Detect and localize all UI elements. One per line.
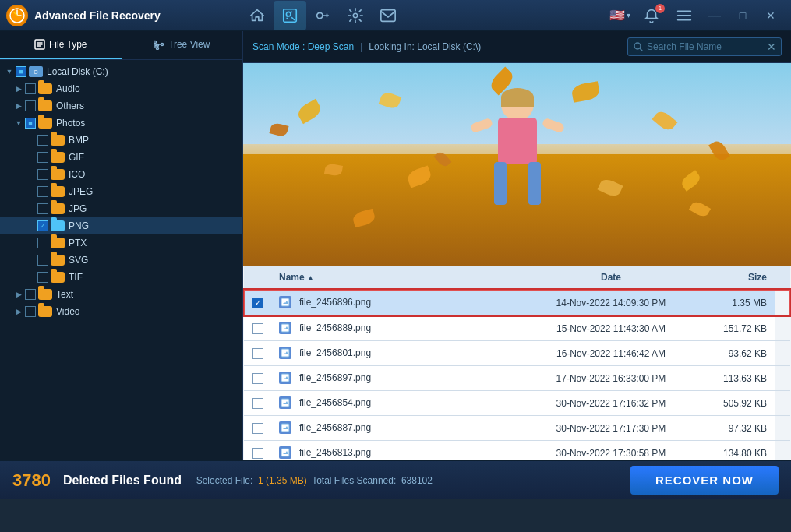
tree-item-gif[interactable]: GIF [0,149,242,166]
content-area: Scan Mode : Deep Scan | Looking In: Loca… [243,31,791,460]
tree-item-video[interactable]: ▶ Video [0,303,242,320]
tree-item-text[interactable]: ▶ Text [0,286,242,303]
expand-ico[interactable] [25,168,37,181]
expand-text[interactable]: ▶ [12,288,25,301]
checkbox-video[interactable] [25,306,36,317]
file-table-body: ✓ file_2456896.png 14-Nov-2022 14:09:30 … [244,290,790,460]
scan-bar: Scan Mode : Deep Scan | Looking In: Loca… [243,31,791,63]
checkbox-tif[interactable] [37,272,48,283]
expand-gif[interactable] [25,151,37,164]
checkbox-svg[interactable] [37,255,48,266]
tab-tree-view[interactable]: Tree View [122,31,243,59]
checkbox-png[interactable]: ✓ [37,220,48,231]
close-btn[interactable]: ✕ [757,2,785,30]
tree-item-ico[interactable]: ICO [0,166,242,183]
expand-audio[interactable]: ▶ [12,83,25,95]
row-checkbox[interactable] [252,323,263,334]
sidebar-tabs: File Type Tree View [0,31,242,60]
file-type-icon [279,296,291,308]
table-row[interactable]: file_2456889.png 15-Nov-2022 11:43:30 AM… [244,315,790,341]
expand-tif[interactable] [25,271,37,284]
folder-icon-svg [51,255,65,266]
tab-file-type[interactable]: File Type [0,31,122,59]
key-nav-btn[interactable] [306,1,339,30]
table-row[interactable]: ✓ file_2456896.png 14-Nov-2022 14:09:30 … [244,290,790,315]
checkbox-gif[interactable] [37,152,48,163]
row-checkbox[interactable] [252,373,263,384]
col-size-header[interactable]: Size [697,266,775,290]
table-row[interactable]: file_2456887.png 30-Nov-2022 17:17:30 PM… [244,416,790,441]
expand-bmp[interactable] [25,134,37,146]
table-row[interactable]: file_2456897.png 17-Nov-2022 16:33:00 PM… [244,366,790,391]
checkbox-jpeg[interactable] [37,186,48,197]
minimize-btn[interactable]: — [701,2,729,30]
svg-rect-15 [281,374,289,382]
svg-rect-16 [281,399,289,407]
notification-btn[interactable]: 1 [635,1,668,30]
files-found-count: 3780 [12,470,51,491]
tree-item-ptx[interactable]: PTX [0,234,242,252]
expand-jpg[interactable] [25,203,37,215]
svg-point-4 [353,13,358,18]
row-checkbox[interactable] [252,448,263,459]
checkbox-audio[interactable] [25,83,36,94]
file-date-cell: 30-Nov-2022 17:17:30 PM [525,416,697,441]
recover-now-button[interactable]: RECOVER NOW [630,466,779,495]
expand-local-disk[interactable]: ▼ [3,65,16,78]
tree-item-bmp[interactable]: BMP [0,132,242,149]
checkbox-local-disk[interactable]: ■ [16,66,26,77]
folder-icon-gif [51,152,65,163]
checkbox-photos[interactable]: ■ [25,118,36,129]
file-date-cell: 15-Nov-2022 11:43:30 AM [525,315,697,341]
checkbox-text[interactable] [25,289,36,300]
looking-in-label: Looking In: Local Disk (C:\) [369,41,481,52]
checkbox-ptx[interactable] [37,238,48,248]
expand-photos[interactable]: ▼ [12,117,25,129]
expand-png[interactable] [25,220,37,232]
drive-icon: C [29,66,43,77]
expand-ptx[interactable] [25,237,37,249]
checkbox-ico[interactable] [37,169,48,180]
tree-item-others[interactable]: ▶ Others [0,97,242,115]
expand-video[interactable]: ▶ [12,305,25,318]
tree-item-tif[interactable]: TIF [0,269,242,286]
checkbox-jpg[interactable] [37,203,48,214]
tree-item-jpg[interactable]: JPG [0,200,242,217]
expand-svg[interactable] [25,254,37,266]
tree-item-audio[interactable]: ▶ Audio [0,80,242,97]
file-name-cell: file_2456889.png [271,315,525,341]
tree-item-local-disk[interactable]: ▼ ■ C Local Disk (C:) [0,63,242,80]
table-row[interactable]: file_2456813.png 30-Nov-2022 17:30:58 PM… [244,441,790,461]
table-row[interactable]: file_2456854.png 30-Nov-2022 17:16:32 PM… [244,391,790,416]
row-checkbox[interactable] [252,423,263,434]
table-row[interactable]: file_2456801.png 16-Nov-2022 11:46:42 AM… [244,341,790,366]
expand-jpeg[interactable] [25,185,37,198]
col-date-header[interactable]: Date [525,266,697,290]
scan-nav-btn[interactable] [274,1,306,30]
maximize-btn[interactable]: □ [729,2,757,30]
row-checkbox[interactable]: ✓ [252,298,263,308]
search-clear-btn[interactable]: ✕ [767,41,776,53]
tree-item-svg[interactable]: SVG [0,252,242,269]
tree-item-jpeg[interactable]: JPEG [0,183,242,200]
folder-icon-audio [38,83,52,94]
settings-nav-btn[interactable] [339,1,372,30]
language-selector[interactable]: 🇺🇸 ▾ [605,6,635,24]
svg-rect-13 [281,324,289,332]
checkbox-bmp[interactable] [37,135,48,146]
col-name-header[interactable]: Name [271,266,525,290]
menu-btn[interactable] [668,1,701,30]
mail-nav-btn[interactable] [372,1,404,30]
search-input[interactable] [647,41,764,52]
svg-rect-12 [281,298,289,306]
tree-item-png[interactable]: ✓ PNG [0,217,242,234]
checkbox-others[interactable] [25,100,36,111]
row-checkbox[interactable] [252,348,263,359]
notification-badge: 1 [655,4,665,13]
file-name-cell: file_2456801.png [271,341,525,366]
expand-others[interactable]: ▶ [12,100,25,112]
tree-item-photos[interactable]: ▼ ■ Photos [0,115,242,132]
row-checkbox[interactable] [252,398,263,409]
home-nav-btn[interactable] [241,1,274,30]
folder-icon-png [51,220,65,231]
